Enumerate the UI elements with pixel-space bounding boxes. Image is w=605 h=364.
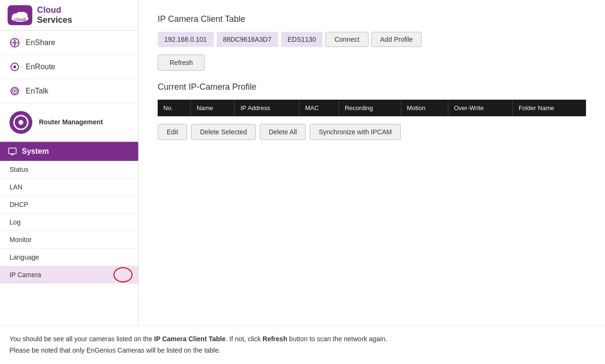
enshare-label: EnShare (26, 38, 55, 47)
col-folder: Folder Name (512, 100, 586, 116)
col-ip: IP Address (235, 100, 299, 116)
sidebar-header: cloud Cloud Services (0, 0, 138, 31)
add-profile-button[interactable]: Add Profile (371, 32, 422, 47)
col-mac: MAC (299, 100, 339, 116)
refresh-bold: Refresh (263, 335, 287, 343)
sidebar-item-language[interactable]: Language (0, 249, 138, 266)
edit-button[interactable]: Edit (158, 124, 187, 140)
col-recording: Recording (339, 100, 401, 116)
sidebar-item-status[interactable]: Status (0, 161, 138, 178)
sidebar: cloud Cloud Services EnShare (0, 0, 139, 326)
col-motion: Motion (401, 100, 448, 116)
sidebar-item-dhcp[interactable]: DHCP (0, 196, 138, 214)
system-header: System (0, 142, 138, 161)
sidebar-item-enshare[interactable]: EnShare (0, 31, 138, 55)
profile-table: No. Name IP Address MAC Recording Motion… (158, 100, 586, 116)
sidebar-item-ipcamera[interactable]: IP Camera (0, 266, 138, 284)
cloud-logo: cloud (8, 5, 32, 25)
svg-point-11 (14, 90, 16, 92)
col-name: Name (190, 100, 235, 116)
client-ip: 192.168.0.101 (158, 32, 214, 47)
connect-button[interactable]: Connect (325, 32, 368, 47)
enshare-icon (9, 37, 20, 48)
sidebar-item-lan[interactable]: LAN (0, 178, 138, 196)
brand-services: Services (37, 15, 72, 25)
system-icon (8, 147, 17, 156)
bottom-line2: Please be noted that only EnGenius Camer… (9, 345, 596, 356)
enroute-label: EnRoute (26, 63, 55, 71)
delete-all-button[interactable]: Delete All (260, 124, 306, 140)
delete-selected-button[interactable]: Delete Selected (191, 124, 256, 140)
sidebar-nav: EnShare EnRoute (0, 31, 138, 103)
sidebar-item-log[interactable]: Log (0, 214, 138, 231)
router-management-label: Router Management (39, 118, 103, 127)
enroute-icon (9, 62, 20, 72)
brand-title: Cloud Services (37, 5, 72, 26)
synchronize-button[interactable]: Synchronize with IPCAM (310, 124, 401, 140)
entalk-label: EnTalk (26, 87, 48, 95)
client-table-title: IP Camera Client Table (158, 14, 586, 24)
profile-section: Current IP-Camera Profile No. Name IP Ad… (158, 82, 586, 140)
ipcam-table-bold: IP Camera Client Table (154, 335, 226, 343)
sidebar-item-enroute[interactable]: EnRoute (0, 55, 138, 79)
svg-rect-12 (9, 148, 16, 154)
entalk-icon (9, 86, 20, 96)
svg-point-8 (13, 65, 16, 68)
router-icon (9, 111, 32, 134)
svg-text:cloud: cloud (14, 17, 26, 22)
action-buttons: Edit Delete Selected Delete All Synchron… (158, 124, 586, 140)
bottom-line1: You should be see all your cameras liste… (9, 334, 596, 345)
router-management: Router Management (0, 103, 138, 142)
sidebar-item-monitor[interactable]: Monitor (0, 231, 138, 249)
main-content: IP Camera Client Table 192.168.0.101 88D… (139, 0, 605, 326)
sidebar-sub-items: Status LAN DHCP Log Monitor Language IP … (0, 161, 138, 284)
sidebar-item-entalk[interactable]: EnTalk (0, 79, 138, 103)
bottom-text: You should be see all your cameras liste… (0, 326, 605, 364)
col-no: No. (158, 100, 190, 116)
client-model: EDS1130 (281, 32, 323, 47)
brand-cloud: Cloud (37, 5, 72, 16)
client-table-row: 192.168.0.101 88DC9616A3D7 EDS1130 Conne… (158, 32, 586, 47)
profile-title: Current IP-Camera Profile (158, 82, 586, 92)
refresh-button[interactable]: Refresh (158, 55, 205, 71)
client-mac: 88DC9616A3D7 (217, 32, 278, 47)
col-overwrite: Over-Write (448, 100, 512, 116)
system-label: System (22, 147, 49, 156)
